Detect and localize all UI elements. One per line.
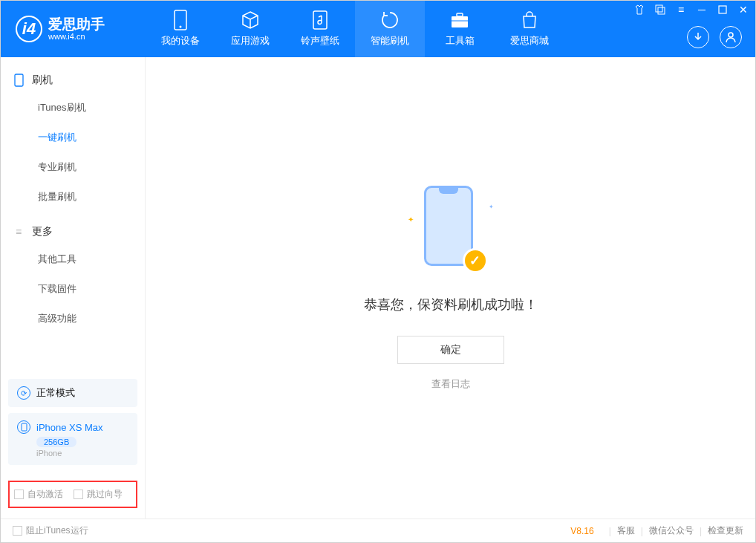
body-area: 刷机 iTunes刷机 一键刷机 专业刷机 批量刷机 ≡ 更多 其他工具 下载固… [1,57,755,518]
device-storage: 256GB [36,437,76,447]
sidebar: 刷机 iTunes刷机 一键刷机 专业刷机 批量刷机 ≡ 更多 其他工具 下载固… [1,57,146,518]
app-title: 爱思助手 [48,17,105,33]
nav-tab-label: 爱思商城 [510,34,549,48]
footer-left: 阻止iTunes运行 [13,524,88,537]
svg-rect-4 [457,13,463,16]
device-card[interactable]: iPhone XS Max 256GB iPhone [8,413,137,465]
list-icon: ≡ [13,226,25,238]
svg-rect-7 [658,7,665,14]
music-file-icon [310,10,330,30]
sidebar-item-download-firmware[interactable]: 下载固件 [1,274,145,304]
success-message: 恭喜您，保资料刷机成功啦！ [364,296,538,313]
success-illustration: ✦ ✦ ✓ [391,186,510,275]
mode-icon: ⟳ [17,386,30,400]
checkbox-label: 阻止iTunes运行 [26,524,88,537]
svg-rect-10 [15,74,23,86]
footer: 阻止iTunes运行 V8.16 | 客服 | 微信公众号 | 检查更新 [1,518,755,542]
footer-right: V8.16 | 客服 | 微信公众号 | 检查更新 [570,524,743,537]
menu-icon[interactable]: ≡ [675,4,687,16]
nav-tab-label: 智能刷机 [371,34,409,48]
sidebar-group-more: ≡ 更多 [1,219,145,244]
sidebar-item-advanced[interactable]: 高级功能 [1,304,145,334]
checkbox-auto-activate[interactable]: 自动激活 [14,488,63,501]
svg-rect-8 [719,6,726,13]
footer-link-service[interactable]: 客服 [617,524,635,537]
nav-tab-toolbox[interactable]: 工具箱 [425,1,495,57]
svg-rect-11 [22,423,27,431]
sparkle-icon: ✦ [489,204,494,210]
sidebar-item-batch-flash[interactable]: 批量刷机 [1,182,145,212]
confirm-button[interactable]: 确定 [397,336,504,364]
nav-tab-ringtone[interactable]: 铃声壁纸 [285,1,355,57]
checkbox-icon [74,490,83,499]
svg-point-9 [729,33,733,37]
sparkle-icon: ✦ [408,215,414,224]
bag-icon [520,10,539,30]
device-icon [171,10,190,30]
logo-text: 爱思助手 www.i4.cn [48,17,105,42]
user-button[interactable] [720,26,742,48]
device-type: iPhone [36,449,128,458]
main-content: ✦ ✦ ✓ 恭喜您，保资料刷机成功啦！ 确定 查看日志 [146,57,755,518]
nav-tab-label: 我的设备 [161,34,200,48]
header: i4 爱思助手 www.i4.cn 我的设备 应用游戏 铃声壁纸 智能刷机 工具… [1,1,755,57]
phone-icon [13,74,25,86]
view-log-link[interactable]: 查看日志 [431,377,470,391]
app-logo-icon: i4 [16,16,42,42]
device-name: iPhone XS Max [36,422,103,433]
nav-tab-label: 工具箱 [446,34,475,48]
checkbox-block-itunes[interactable]: 阻止iTunes运行 [13,524,88,537]
sidebar-item-oneclick-flash[interactable]: 一键刷机 [1,123,145,152]
nav-tab-label: 应用游戏 [231,34,270,48]
checkbox-icon [14,490,24,499]
mode-label: 正常模式 [36,386,75,400]
nav-tab-store[interactable]: 爱思商城 [495,1,564,57]
download-button[interactable] [687,26,709,48]
window-controls-top: ≡ ─ ✕ [633,4,749,16]
checkbox-icon [13,526,22,536]
check-badge-icon: ✓ [463,248,488,273]
logo-area: i4 爱思助手 www.i4.cn [1,16,146,42]
sidebar-group-flash: 刷机 [1,68,145,93]
nav-tab-device[interactable]: 我的设备 [146,1,215,57]
device-phone-icon [17,420,30,434]
checkbox-skip-wizard[interactable]: 跳过向导 [74,488,123,501]
svg-rect-6 [656,5,662,12]
version-label: V8.16 [570,526,593,536]
nav-tabs: 我的设备 应用游戏 铃声壁纸 智能刷机 工具箱 爱思商城 [146,1,564,57]
group-title: 更多 [32,225,53,238]
footer-link-wechat[interactable]: 微信公众号 [649,524,694,537]
device-cards: ⟳ 正常模式 iPhone XS Max 256GB iPhone [8,379,137,465]
nav-tab-label: 铃声壁纸 [301,34,339,48]
refresh-icon [380,10,400,30]
maximize-icon[interactable] [717,4,729,16]
header-right [687,26,742,48]
app-url: www.i4.cn [48,32,105,41]
nav-tab-flash[interactable]: 智能刷机 [355,1,425,57]
mode-card[interactable]: ⟳ 正常模式 [8,379,137,407]
toolbox-icon [450,10,469,30]
sidebar-item-other-tools[interactable]: 其他工具 [1,244,145,274]
minimize-icon[interactable]: ─ [696,4,708,16]
sidebar-item-itunes-flash[interactable]: iTunes刷机 [1,93,145,123]
checkbox-highlight-row: 自动激活 跳过向导 [8,481,137,508]
checkbox-label: 跳过向导 [87,488,123,501]
sidebar-item-pro-flash[interactable]: 专业刷机 [1,152,145,182]
nav-tab-apps[interactable]: 应用游戏 [215,1,285,57]
layers-icon[interactable] [654,4,666,16]
footer-link-update[interactable]: 检查更新 [708,524,743,537]
svg-rect-3 [452,16,468,27]
checkbox-label: 自动激活 [27,488,63,501]
close-icon[interactable]: ✕ [737,4,749,16]
svg-point-1 [180,26,182,28]
shirt-icon[interactable] [633,4,645,16]
group-title: 刷机 [32,74,53,87]
cube-icon [241,10,260,30]
